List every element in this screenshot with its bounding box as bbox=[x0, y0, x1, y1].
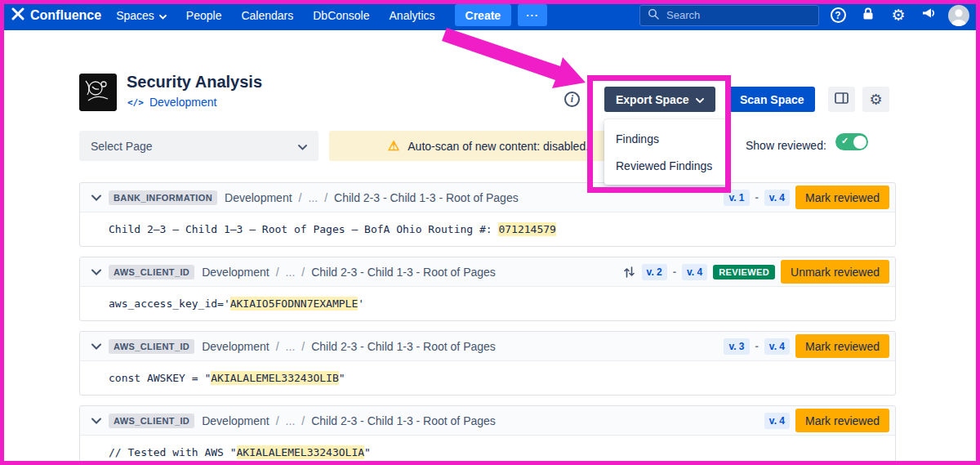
version-link[interactable]: v. 2 bbox=[642, 264, 667, 280]
warning-icon: ⚠ bbox=[388, 138, 399, 154]
finding-header: AWS_CLIENT_ID Development / ... / Child … bbox=[80, 332, 895, 361]
breadcrumb-page[interactable]: Child 2-3 - Child 1-3 - Root of Pages bbox=[311, 266, 496, 279]
code-text: ' bbox=[358, 297, 364, 310]
chevron-down-icon[interactable] bbox=[91, 343, 101, 350]
finding-header: AWS_CLIENT_ID Development / ... / Child … bbox=[80, 406, 895, 436]
finding-card: BANK_INFORMATION Development / ... / Chi… bbox=[79, 182, 896, 247]
finding-code: const AWSKEY = "AKIALALEMEL33243OLIB" bbox=[80, 361, 895, 395]
finding-code: aws_access_key_id='AKIAIO5FODNN7EXAMPLE' bbox=[80, 287, 895, 320]
mark-reviewed-button[interactable]: Mark reviewed bbox=[795, 334, 889, 358]
breadcrumb: Development / ... / Child 2-3 - Child 1-… bbox=[202, 340, 496, 353]
finding-actions: v. 3 - v. 4 Mark reviewed bbox=[724, 334, 889, 358]
version-dash: - bbox=[673, 266, 676, 278]
page-select-value: Select Page bbox=[91, 140, 153, 153]
version-link[interactable]: v. 4 bbox=[682, 264, 707, 280]
scan-space-button[interactable]: Scan Space bbox=[729, 87, 815, 112]
finding-type-badge: AWS_CLIENT_ID bbox=[109, 265, 194, 279]
code-match-highlight: AKIAIO5FODNN7EXAMPLE bbox=[230, 297, 359, 311]
findings-list: BANK_INFORMATION Development / ... / Chi… bbox=[79, 182, 896, 465]
show-reviewed-toggle[interactable]: ✓ bbox=[835, 133, 868, 150]
code-match-highlight: 071214579 bbox=[498, 222, 555, 236]
breadcrumb-separator: / bbox=[324, 191, 327, 204]
settings-button[interactable]: ⚙ bbox=[887, 4, 910, 27]
finding-type-badge: AWS_CLIENT_ID bbox=[109, 339, 194, 354]
finding-actions: v. 2 - v. 4 REVIEWED Unmark reviewed bbox=[624, 260, 889, 284]
autoscan-warning-banner: ⚠ Auto-scan of new content: disabled. bbox=[329, 131, 648, 161]
code-text: " bbox=[339, 372, 345, 384]
chevron-down-icon[interactable] bbox=[91, 269, 101, 275]
compare-versions-icon[interactable] bbox=[624, 266, 635, 278]
breadcrumb-page[interactable]: Child 2-3 - Child 1-3 - Root of Pages bbox=[311, 340, 496, 353]
warning-text: Auto-scan of new content: disabled. bbox=[408, 140, 589, 153]
menu-item-findings[interactable]: Findings bbox=[604, 125, 727, 152]
version-link[interactable]: v. 4 bbox=[764, 413, 790, 429]
avatar bbox=[948, 5, 969, 26]
version-link[interactable]: v. 4 bbox=[764, 338, 790, 355]
page-title: Security Analysis bbox=[127, 73, 262, 92]
finding-card: AWS_CLIENT_ID Development / ... / Child … bbox=[79, 331, 896, 396]
chevron-down-icon[interactable] bbox=[91, 194, 101, 201]
top-navbar: Confluence Spaces People Calendars DbCon… bbox=[0, 0, 980, 30]
code-text: // Tested with AWS " bbox=[109, 446, 237, 458]
finding-header: BANK_INFORMATION Development / ... / Chi… bbox=[80, 183, 895, 212]
breadcrumb-separator: / bbox=[276, 340, 279, 353]
version-link[interactable]: v. 3 bbox=[724, 338, 749, 355]
code-text: aws_access_key_id=' bbox=[109, 297, 230, 310]
nav-calendars[interactable]: Calendars bbox=[231, 0, 303, 30]
breadcrumb-ellipsis: ... bbox=[308, 191, 318, 204]
menu-item-reviewed-findings[interactable]: Reviewed Findings bbox=[604, 152, 727, 179]
breadcrumb: Development / ... / Child 2-3 - Child 1-… bbox=[225, 191, 519, 204]
mark-reviewed-button[interactable]: Mark reviewed bbox=[795, 409, 889, 432]
breadcrumb-separator: / bbox=[299, 191, 302, 204]
page-select-dropdown[interactable]: Select Page bbox=[79, 131, 318, 161]
breadcrumb-space[interactable]: Development bbox=[202, 340, 270, 353]
version-link[interactable]: v. 1 bbox=[724, 190, 749, 206]
user-avatar[interactable] bbox=[947, 4, 970, 27]
breadcrumb-space[interactable]: Development bbox=[202, 266, 270, 279]
export-space-button[interactable]: Export Space bbox=[604, 87, 715, 112]
feedback-button[interactable] bbox=[917, 4, 940, 27]
version-dash: - bbox=[755, 191, 759, 203]
breadcrumb-page[interactable]: Child 2-3 - Child 1-3 - Root of Pages bbox=[311, 414, 496, 427]
search-input[interactable] bbox=[665, 8, 811, 22]
finding-type-badge: BANK_INFORMATION bbox=[109, 190, 217, 205]
info-icon[interactable]: i bbox=[564, 92, 580, 107]
finding-code: // Tested with AWS "AKIALALEMEL33243OLIA… bbox=[80, 436, 895, 465]
space-logo[interactable] bbox=[79, 74, 117, 111]
breadcrumb-ellipsis: ... bbox=[286, 340, 296, 353]
navbar-more-button[interactable]: ··· bbox=[518, 4, 547, 26]
mark-reviewed-button[interactable]: Mark reviewed bbox=[795, 186, 889, 209]
board-view-button[interactable] bbox=[828, 87, 855, 112]
show-reviewed-label: Show reviewed: bbox=[746, 139, 826, 152]
admin-lock-button[interactable] bbox=[857, 4, 880, 27]
nav-spaces[interactable]: Spaces bbox=[106, 0, 176, 30]
breadcrumb-space[interactable]: Development bbox=[202, 414, 270, 427]
nav-people[interactable]: People bbox=[176, 0, 232, 30]
finding-actions: v. 4 Mark reviewed bbox=[764, 409, 889, 432]
space-settings-button[interactable]: ⚙ bbox=[862, 87, 889, 112]
help-button[interactable]: ? bbox=[826, 4, 849, 27]
megaphone-icon bbox=[921, 7, 937, 24]
breadcrumb-separator: / bbox=[276, 266, 279, 279]
finding-type-badge: AWS_CLIENT_ID bbox=[109, 414, 194, 428]
space-link-development[interactable]: </> Development bbox=[127, 96, 216, 109]
lock-icon bbox=[862, 7, 875, 24]
code-match-highlight: AKIALALEMEL33243OLIB bbox=[211, 371, 339, 385]
confluence-app: Confluence Spaces People Calendars DbCon… bbox=[0, 0, 980, 465]
breadcrumb: Development / ... / Child 2-3 - Child 1-… bbox=[202, 266, 496, 279]
unmark-reviewed-button[interactable]: Unmark reviewed bbox=[781, 260, 889, 284]
breadcrumb-page[interactable]: Child 2-3 - Child 1-3 - Root of Pages bbox=[334, 191, 519, 204]
confluence-home-link[interactable]: Confluence bbox=[10, 7, 106, 24]
breadcrumb-space[interactable]: Development bbox=[225, 191, 292, 204]
breadcrumb-ellipsis: ... bbox=[286, 266, 296, 279]
nav-analytics[interactable]: Analytics bbox=[380, 0, 445, 30]
nav-dbconsole[interactable]: DbConsole bbox=[303, 0, 379, 30]
gear-icon: ⚙ bbox=[869, 91, 882, 109]
breadcrumb-separator: / bbox=[276, 414, 279, 427]
search-icon bbox=[648, 8, 659, 23]
breadcrumb-separator: / bbox=[301, 266, 305, 279]
chevron-down-icon[interactable] bbox=[91, 418, 101, 424]
search-box[interactable] bbox=[639, 5, 819, 26]
create-button[interactable]: Create bbox=[455, 4, 512, 26]
version-link[interactable]: v. 4 bbox=[764, 190, 790, 206]
